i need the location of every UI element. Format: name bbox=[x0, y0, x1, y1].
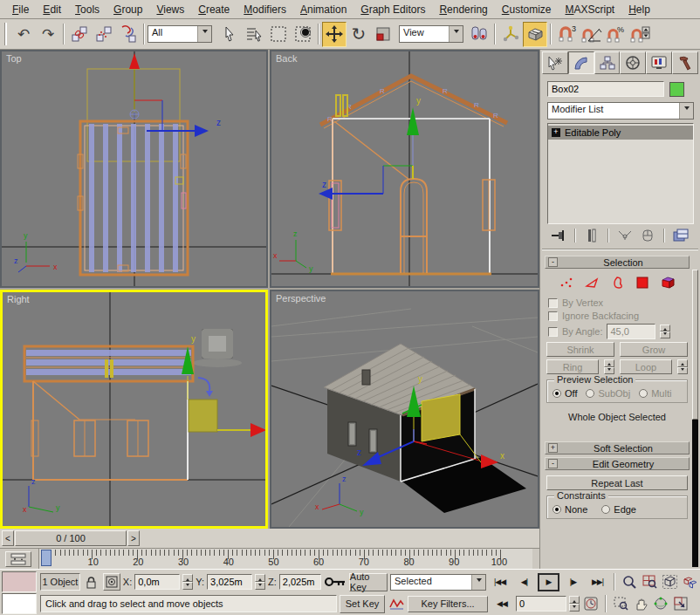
tab-utilities[interactable] bbox=[672, 51, 698, 74]
menu-rendering[interactable]: Rendering bbox=[432, 2, 494, 17]
angle-snap-button[interactable] bbox=[579, 22, 603, 47]
reference-coordinate-dropdown[interactable]: View bbox=[399, 25, 463, 43]
edge-mode-button[interactable] bbox=[581, 274, 602, 290]
repeat-last-button[interactable]: Repeat Last bbox=[546, 475, 688, 490]
arc-rotate-button[interactable] bbox=[652, 595, 669, 612]
select-and-scale-button[interactable] bbox=[371, 22, 395, 47]
current-frame-field[interactable] bbox=[516, 596, 566, 612]
absolute-offset-toggle[interactable] bbox=[103, 573, 120, 591]
window-crossing-toggle-button[interactable] bbox=[291, 22, 315, 47]
expand-icon[interactable]: + bbox=[552, 128, 560, 137]
menu-views[interactable]: Views bbox=[149, 2, 191, 17]
polygon-mode-button[interactable] bbox=[632, 274, 653, 290]
ignore-backfacing-option[interactable]: Ignore Backfacing bbox=[548, 311, 690, 321]
select-and-move-button[interactable] bbox=[322, 22, 347, 47]
selection-filter-dropdown[interactable]: All bbox=[148, 25, 212, 43]
x-coord-field[interactable] bbox=[134, 574, 180, 590]
menu-graph-editors[interactable]: Graph Editors bbox=[353, 2, 432, 17]
expand-icon[interactable]: + bbox=[548, 443, 558, 453]
menu-maxscript[interactable]: MAXScript bbox=[559, 2, 622, 17]
by-angle-spinner[interactable] bbox=[660, 325, 670, 338]
soft-selection-rollout-header[interactable]: + Soft Selection bbox=[545, 441, 690, 454]
menu-file[interactable]: File bbox=[5, 2, 36, 17]
snaps-toggle-button[interactable] bbox=[523, 22, 547, 47]
object-color-swatch[interactable] bbox=[669, 82, 684, 97]
border-mode-button[interactable] bbox=[607, 274, 628, 290]
collapse-icon[interactable]: - bbox=[548, 257, 558, 267]
key-filters-button[interactable]: Key Filters... bbox=[408, 596, 488, 612]
tab-motion[interactable] bbox=[620, 51, 646, 74]
by-angle-field[interactable] bbox=[607, 324, 655, 339]
dropdown-arrow-icon[interactable] bbox=[471, 575, 485, 590]
loop-button[interactable]: Loop bbox=[620, 359, 672, 374]
collapse-icon[interactable]: - bbox=[548, 459, 558, 468]
viewport-top[interactable]: z y x z Top bbox=[0, 50, 268, 288]
remove-modifier-button[interactable] bbox=[638, 228, 657, 243]
key-mode-toggle-button[interactable]: ◀◀ bbox=[491, 595, 513, 613]
menu-animation[interactable]: Animation bbox=[293, 2, 353, 17]
new-key-settings-button[interactable] bbox=[388, 595, 405, 612]
zoom-extents-button[interactable] bbox=[661, 573, 678, 591]
menu-tools[interactable]: Tools bbox=[68, 2, 106, 17]
unlink-selection-button[interactable] bbox=[92, 22, 116, 47]
time-slider-next-button[interactable]: > bbox=[127, 530, 140, 546]
bind-to-spacewarp-button[interactable] bbox=[116, 22, 141, 47]
modifier-stack[interactable]: + Editable Poly bbox=[547, 123, 694, 224]
by-angle-checkbox[interactable] bbox=[548, 327, 558, 337]
maximize-viewport-toggle[interactable] bbox=[672, 595, 690, 612]
next-frame-button[interactable]: |▶ bbox=[562, 573, 584, 591]
x-spinner[interactable] bbox=[182, 574, 193, 590]
show-end-result-button[interactable] bbox=[582, 228, 601, 243]
undo-button[interactable]: ↶ bbox=[11, 22, 36, 47]
go-to-start-button[interactable]: |◀◀ bbox=[489, 573, 511, 591]
dropdown-arrow-icon[interactable] bbox=[197, 26, 211, 42]
select-and-rotate-button[interactable]: ↻ bbox=[347, 22, 371, 47]
panel-scrollbar[interactable] bbox=[692, 270, 698, 567]
selection-rollout-header[interactable]: - Selection bbox=[545, 256, 690, 269]
previous-frame-button[interactable]: ◀| bbox=[513, 573, 535, 591]
toolbar-grip[interactable] bbox=[5, 23, 8, 45]
tab-modify[interactable] bbox=[568, 51, 594, 74]
tab-create[interactable] bbox=[542, 51, 568, 74]
zoom-all-button[interactable] bbox=[641, 573, 658, 591]
by-angle-option[interactable]: By Angle: bbox=[548, 324, 690, 339]
key-mode-dropdown[interactable]: Selected bbox=[390, 574, 486, 591]
menu-modifiers[interactable]: Modifiers bbox=[237, 2, 293, 17]
set-key-button[interactable]: Set Key bbox=[340, 595, 385, 613]
configure-modifier-sets-button[interactable] bbox=[671, 228, 690, 243]
constraint-none-radio[interactable]: None bbox=[552, 504, 587, 515]
tab-display[interactable] bbox=[646, 51, 672, 74]
by-vertex-option[interactable]: By Vertex bbox=[548, 297, 690, 308]
listener-script-pane[interactable] bbox=[2, 593, 37, 614]
zoom-extents-all-button[interactable] bbox=[681, 573, 698, 591]
tab-hierarchy[interactable] bbox=[594, 51, 621, 74]
select-object-button[interactable] bbox=[217, 22, 242, 47]
listener-macro-pane[interactable] bbox=[2, 571, 37, 592]
pan-view-button[interactable] bbox=[632, 595, 649, 612]
y-coord-field[interactable] bbox=[207, 574, 252, 590]
by-vertex-checkbox[interactable] bbox=[548, 298, 558, 308]
preview-subobj-radio[interactable]: SubObj bbox=[586, 388, 630, 399]
make-unique-button[interactable] bbox=[615, 228, 635, 243]
zoom-region-button[interactable] bbox=[612, 595, 629, 612]
ignore-backfacing-checkbox[interactable] bbox=[548, 311, 558, 321]
select-by-name-button[interactable] bbox=[242, 22, 266, 47]
redo-button[interactable]: ↷ bbox=[36, 22, 60, 47]
loop-spinner[interactable] bbox=[677, 359, 688, 374]
viewport-back[interactable]: RRRRRR bbox=[270, 50, 539, 288]
preview-multi-radio[interactable]: Multi bbox=[639, 388, 671, 399]
selection-lock-toggle[interactable] bbox=[83, 573, 100, 591]
ring-spinner[interactable] bbox=[604, 359, 614, 374]
element-mode-button[interactable] bbox=[657, 274, 678, 290]
edit-geometry-rollout-header[interactable]: - Edit Geometry bbox=[545, 457, 690, 470]
grow-button[interactable]: Grow bbox=[620, 342, 688, 357]
zoom-button[interactable] bbox=[621, 573, 638, 591]
scrollbar-thumb[interactable] bbox=[692, 270, 698, 420]
menu-help[interactable]: Help bbox=[621, 2, 657, 17]
object-name-field[interactable] bbox=[547, 81, 664, 97]
menu-group[interactable]: Group bbox=[106, 2, 149, 17]
go-to-end-button[interactable]: ▶▶| bbox=[587, 573, 608, 591]
vertex-mode-button[interactable] bbox=[556, 274, 577, 290]
viewport-right[interactable]: y z x y Right bbox=[0, 290, 268, 529]
ring-button[interactable]: Ring bbox=[546, 359, 599, 374]
